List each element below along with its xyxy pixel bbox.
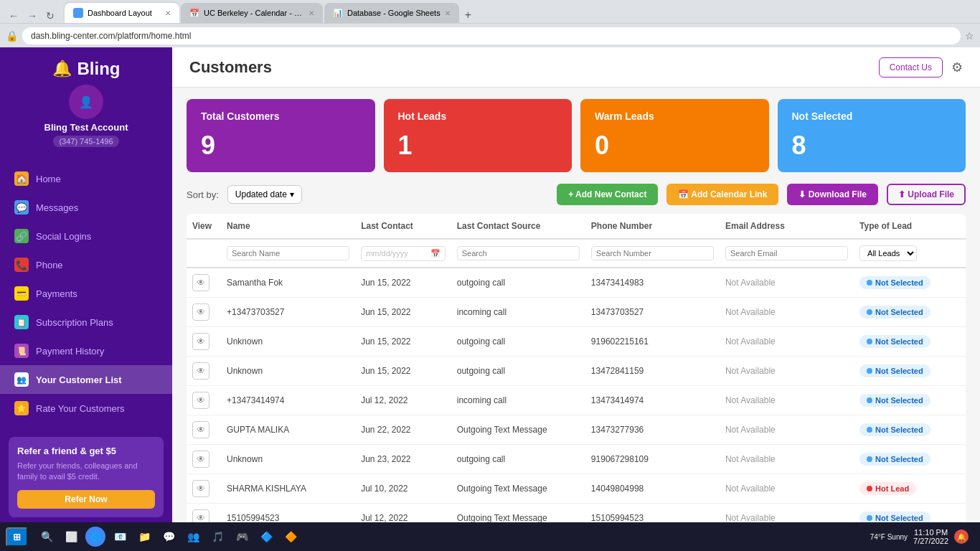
tab-close-calendar[interactable]: ✕	[308, 9, 314, 17]
stat-label-hot: Hot Leads	[398, 110, 558, 122]
view-button[interactable]: 👁	[192, 451, 209, 468]
lead-badge: Not Selected	[859, 276, 930, 289]
add-calendar-button[interactable]: 📅 Add Calendar Link	[666, 184, 778, 205]
tab-calendar[interactable]: 📅 UC Berkeley - Calendar - Week... ✕	[181, 3, 323, 23]
sidebar-item-social[interactable]: 🔗 Social Logins	[0, 222, 172, 250]
sidebar-item-customer-list[interactable]: 👥 Your Customer List	[0, 365, 172, 394]
stat-value-warm: 0	[595, 131, 755, 161]
files-taskbar-icon[interactable]: 📁	[134, 527, 154, 547]
refer-now-button[interactable]: Refer Now	[17, 490, 155, 509]
sidebar-item-subscription[interactable]: 📋 Subscription Plans	[0, 308, 172, 336]
th-lead-type: Type of Lead	[854, 214, 966, 239]
discord-taskbar-icon[interactable]: 🎮	[232, 527, 252, 547]
start-button[interactable]: ⊞	[6, 527, 28, 547]
view-button[interactable]: 👁	[192, 509, 209, 522]
cell-email: Not Available	[720, 504, 854, 523]
cell-source: Outgoing Text Message	[451, 474, 585, 504]
url-input[interactable]	[22, 27, 961, 44]
stats-row: Total Customers 9 Hot Leads 1 Warm Leads…	[172, 88, 980, 184]
customers-table: View Name Last Contact Last Contact Sour…	[187, 214, 966, 522]
date-display: 7/27/2022	[913, 537, 948, 545]
lead-badge: Not Selected	[859, 423, 930, 436]
cell-source: Outgoing Text Message	[451, 415, 585, 445]
cell-email: Not Available	[720, 415, 854, 445]
refresh-btn[interactable]: ↻	[43, 9, 57, 23]
th-email: Email Address	[720, 214, 854, 239]
tab-sheets[interactable]: 📊 Database - Google Sheets ✕	[324, 3, 459, 23]
cell-email: Not Available	[720, 327, 854, 357]
stat-total-customers: Total Customers 9	[187, 99, 375, 172]
add-contact-button[interactable]: + Add New Contact	[557, 184, 658, 205]
view-button[interactable]: 👁	[192, 274, 209, 291]
app2-taskbar-icon[interactable]: 🔶	[281, 527, 301, 547]
taskview-icon[interactable]: ⬜	[61, 527, 81, 547]
bookmark-icon[interactable]: ☆	[965, 30, 974, 42]
stat-value-not-selected: 8	[792, 131, 952, 161]
app1-taskbar-icon[interactable]: 🔷	[256, 527, 276, 547]
cell-phone: 919067298109	[585, 445, 720, 474]
tab-close-dashboard[interactable]: ✕	[165, 9, 171, 17]
chrome-taskbar-icon[interactable]: 🌐	[85, 527, 105, 547]
th-source: Last Contact Source	[451, 214, 585, 239]
lead-badge: Not Selected	[859, 335, 930, 348]
tab-favicon-calendar: 📅	[189, 9, 199, 18]
sidebar-item-payments[interactable]: 💳 Payments	[0, 279, 172, 308]
topbar: Customers Contact Us ⚙	[172, 47, 980, 88]
view-button[interactable]: 👁	[192, 480, 209, 497]
tab-close-sheets[interactable]: ✕	[445, 9, 451, 17]
taskbar-icons: 🔍 ⬜ 🌐 📧 📁 💬 👥 🎵 🎮 🔷 🔶	[31, 527, 862, 547]
sidebar-item-home[interactable]: 🏠 Home	[0, 164, 172, 193]
new-tab-btn[interactable]: +	[461, 7, 476, 23]
lead-type-filter[interactable]: All Leads	[859, 245, 917, 261]
source-search-input[interactable]	[457, 246, 580, 260]
sort-select[interactable]: Updated date ▾	[227, 185, 302, 204]
cell-lead-type: Not Selected	[854, 445, 966, 474]
email-search-input[interactable]	[725, 246, 848, 260]
cell-phone: 14049804998	[585, 474, 720, 504]
customer-list-icon: 👥	[14, 372, 29, 387]
view-button[interactable]: 👁	[192, 303, 209, 321]
spotify-taskbar-icon[interactable]: 🎵	[207, 527, 227, 547]
search-taskbar-icon[interactable]: 🔍	[37, 527, 57, 547]
sidebar-item-rate-customers[interactable]: ⭐ Rate Your Customers	[0, 394, 172, 423]
view-button[interactable]: 👁	[192, 421, 209, 438]
teams-taskbar-icon[interactable]: 👥	[183, 527, 203, 547]
settings-icon[interactable]: ⚙	[951, 60, 963, 75]
cell-source: outgoing call	[451, 357, 585, 386]
cell-phone: 13472841159	[585, 357, 720, 386]
sidebar-item-payment-history[interactable]: 📜 Payment History	[0, 336, 172, 365]
name-search-input[interactable]	[227, 246, 349, 260]
download-file-button[interactable]: ⬇ Download File	[787, 184, 878, 205]
sidebar-item-label-subscription: Subscription Plans	[36, 317, 113, 328]
cell-name: Unknown	[221, 357, 355, 386]
upload-file-button[interactable]: ⬆ Upload File	[887, 184, 966, 205]
tab-favicon-sheets: 📊	[333, 9, 343, 18]
cell-last-contact: Jul 10, 2022	[355, 474, 451, 504]
nav-items: 🏠 Home 💬 Messages 🔗 Social Logins 📞 Phon…	[0, 159, 172, 428]
logo-icon: 🔔	[52, 60, 72, 78]
chat-taskbar-icon[interactable]: 💬	[159, 527, 179, 547]
sidebar-item-messages[interactable]: 💬 Messages	[0, 193, 172, 222]
contact-us-button[interactable]: Contact Us	[879, 57, 943, 77]
cell-lead-type: Not Selected	[854, 268, 966, 298]
view-button[interactable]: 👁	[192, 362, 209, 380]
lead-dot	[867, 339, 872, 344]
date-filter[interactable]: mm/dd/yyyy 📅	[361, 246, 446, 261]
tab-dashboard[interactable]: Dashboard Layout ✕	[65, 3, 179, 23]
lead-dot	[867, 427, 872, 433]
payments-icon: 💳	[14, 286, 29, 301]
stat-label-not-selected: Not Selected	[792, 110, 952, 122]
view-button[interactable]: 👁	[192, 392, 209, 409]
sort-label: Sort by:	[187, 189, 219, 200]
sidebar-item-phone[interactable]: 📞 Phone	[0, 250, 172, 279]
view-button[interactable]: 👁	[192, 333, 209, 350]
back-btn[interactable]: ←	[6, 9, 22, 23]
stat-label-total: Total Customers	[201, 110, 361, 122]
referral-title: Refer a friend & get $5	[17, 446, 155, 456]
sidebar-item-label-messages: Messages	[36, 202, 78, 213]
phone-search-input[interactable]	[591, 246, 714, 260]
mail-taskbar-icon[interactable]: 📧	[110, 527, 130, 547]
notification-icon[interactable]: 🔔	[954, 529, 969, 544]
cell-source: outgoing call	[451, 327, 585, 357]
forward-btn[interactable]: →	[24, 9, 40, 23]
